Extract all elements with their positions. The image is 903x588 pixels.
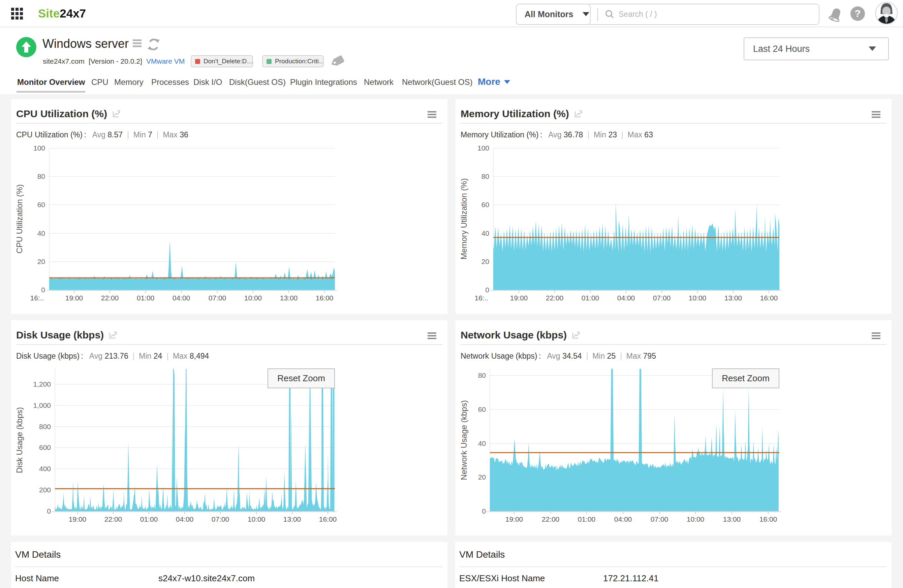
svg-text:13:00: 13:00 (723, 515, 741, 523)
svg-text:01:00: 01:00 (582, 294, 599, 302)
svg-text:19:00: 19:00 (505, 515, 523, 523)
svg-text:80: 80 (38, 172, 45, 180)
svg-text:100: 100 (33, 144, 45, 152)
svg-text:80: 80 (478, 372, 486, 379)
svg-text:16:00: 16:00 (760, 515, 777, 523)
svg-text:100: 100 (477, 144, 489, 152)
svg-text:19:00: 19:00 (65, 294, 83, 302)
svg-text:Network Usage (kbps): Network Usage (kbps) (459, 400, 468, 480)
svg-text:40: 40 (38, 229, 45, 237)
svg-text:10:00: 10:00 (244, 294, 262, 302)
svg-text:07:00: 07:00 (212, 515, 230, 523)
svg-text:19:00: 19:00 (69, 515, 87, 523)
svg-text:60: 60 (38, 201, 45, 209)
svg-text:60: 60 (478, 406, 486, 413)
svg-text:20: 20 (38, 258, 45, 265)
svg-text:10:00: 10:00 (687, 515, 705, 523)
svg-text:10:00: 10:00 (248, 515, 266, 523)
svg-text:60: 60 (481, 201, 489, 209)
svg-text:07:00: 07:00 (651, 515, 669, 523)
svg-text:40: 40 (478, 439, 486, 447)
svg-text:Memory Utilization (%): Memory Utilization (%) (459, 178, 468, 259)
svg-text:07:00: 07:00 (653, 294, 671, 302)
svg-text:22:00: 22:00 (546, 294, 564, 302)
svg-text:13:00: 13:00 (280, 294, 298, 302)
svg-text:22:00: 22:00 (101, 294, 119, 302)
svg-text:0: 0 (47, 507, 51, 515)
svg-text:80: 80 (481, 172, 489, 180)
svg-text:07:00: 07:00 (209, 294, 227, 302)
svg-text:16:00: 16:00 (319, 515, 337, 523)
svg-text:16:00: 16:00 (760, 294, 778, 302)
svg-text:800: 800 (39, 423, 51, 430)
svg-text:01:00: 01:00 (140, 515, 158, 523)
svg-text:CPU Utilization (%): CPU Utilization (%) (15, 184, 24, 253)
svg-text:22:00: 22:00 (542, 515, 560, 523)
svg-text:0: 0 (482, 507, 486, 515)
svg-text:0: 0 (485, 286, 489, 294)
svg-text:16:..: 16:.. (475, 294, 489, 302)
svg-text:04:00: 04:00 (614, 515, 632, 523)
svg-text:16:00: 16:00 (316, 294, 334, 302)
svg-text:40: 40 (481, 229, 489, 237)
svg-text:400: 400 (39, 465, 51, 472)
svg-text:1,200: 1,200 (33, 380, 51, 388)
svg-text:Reset Zoom: Reset Zoom (277, 373, 325, 383)
svg-text:20: 20 (481, 258, 489, 265)
svg-text:0: 0 (41, 286, 45, 294)
svg-text:10:00: 10:00 (689, 294, 706, 302)
svg-text:Reset Zoom: Reset Zoom (722, 373, 769, 383)
svg-text:19:00: 19:00 (510, 294, 528, 302)
svg-text:01:00: 01:00 (578, 515, 596, 523)
svg-text:600: 600 (39, 444, 51, 451)
svg-text:13:00: 13:00 (283, 515, 301, 523)
svg-text:20: 20 (478, 473, 486, 481)
svg-text:04:00: 04:00 (617, 294, 635, 302)
svg-text:16:..: 16:.. (30, 294, 44, 302)
svg-text:200: 200 (39, 486, 51, 494)
svg-text:04:00: 04:00 (176, 515, 194, 523)
svg-text:04:00: 04:00 (173, 294, 190, 302)
svg-text:01:00: 01:00 (137, 294, 155, 302)
svg-text:Disk Usage (kbps): Disk Usage (kbps) (15, 407, 24, 473)
svg-text:13:00: 13:00 (724, 294, 742, 302)
svg-text:22:00: 22:00 (104, 515, 122, 523)
svg-text:1,000: 1,000 (33, 401, 51, 409)
